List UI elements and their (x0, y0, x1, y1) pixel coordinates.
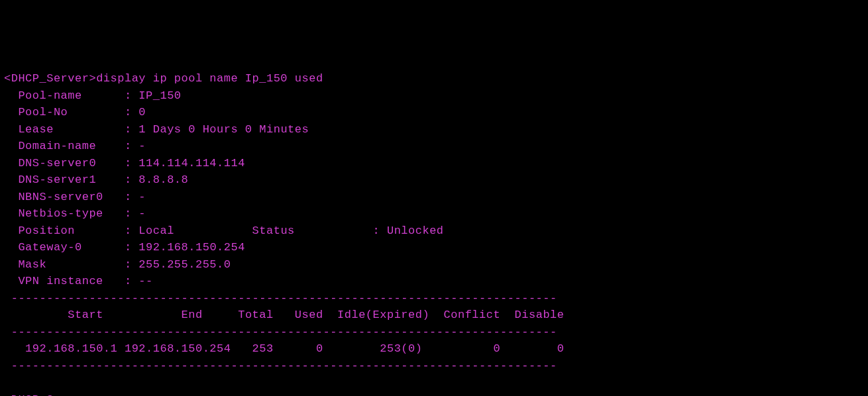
row-used: 0 (316, 342, 323, 355)
label-pool-name: Pool-name (18, 89, 81, 102)
label-pool-no: Pool-No (18, 106, 68, 119)
row-end: 192.168.150.254 (125, 342, 231, 355)
label-dns1: DNS-server1 (18, 173, 96, 186)
value-mask: 255.255.255.0 (138, 258, 231, 271)
label-domain-name: Domain-name (18, 140, 96, 152)
value-vpn: -- (138, 275, 152, 287)
value-status: Unlocked (387, 224, 444, 237)
row-conflict: 0 (493, 342, 500, 355)
label-dns0: DNS-server0 (18, 157, 96, 170)
table-divider: ----------------------------------------… (4, 292, 557, 305)
value-netbios: - (138, 207, 146, 220)
label-mask: Mask (18, 258, 46, 271)
value-pool-no: 0 (138, 106, 146, 119)
value-gateway0: 192.168.150.254 (138, 241, 245, 254)
row-total: 253 (252, 342, 274, 355)
header-idle: Idle(Expired) (337, 309, 429, 321)
header-disable: Disable (515, 309, 565, 321)
header-end: End (182, 309, 203, 321)
label-status: Status (252, 224, 295, 237)
value-pool-name: IP_150 (138, 89, 181, 102)
prompt-hostname: <DHCP_Server> (4, 72, 96, 85)
row-disable: 0 (557, 342, 565, 355)
label-nbns0: NBNS-server0 (18, 191, 103, 203)
row-start: 192.168.150.1 (25, 342, 117, 355)
header-start: Start (68, 309, 103, 321)
value-lease: 1 Days 0 Hours 0 Minutes (138, 123, 309, 136)
table-divider: ----------------------------------------… (4, 360, 557, 372)
label-gateway0: Gateway-0 (18, 241, 81, 254)
value-nbns0: - (138, 191, 146, 203)
header-conflict: Conflict (444, 309, 501, 321)
prompt-hostname: <DHCP_Server> (4, 393, 96, 397)
label-netbios: Netbios-type (18, 207, 103, 220)
label-vpn: VPN instance (18, 275, 103, 287)
table-divider: ----------------------------------------… (4, 326, 557, 338)
header-total: Total (238, 309, 274, 321)
label-position: Position (18, 224, 75, 237)
command-text: display ip pool name Ip_150 used (96, 72, 323, 85)
row-idle: 253(0) (380, 342, 422, 355)
value-dns0: 114.114.114.114 (138, 157, 245, 170)
value-position: Local (138, 224, 174, 237)
value-dns1: 8.8.8.8 (138, 173, 188, 186)
terminal-window[interactable]: <DHCP_Server>display ip pool name Ip_150… (4, 70, 864, 396)
value-domain-name: - (138, 140, 146, 152)
label-lease: Lease (18, 123, 54, 136)
header-used: Used (295, 309, 323, 321)
